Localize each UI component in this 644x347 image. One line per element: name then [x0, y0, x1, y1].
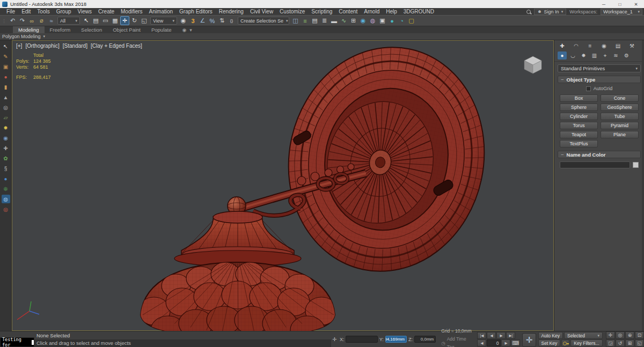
object-type-button[interactable]: Teapot: [560, 131, 598, 138]
geosphere-icon[interactable]: ●: [2, 174, 10, 183]
frame-spinner-down[interactable]: ◀: [477, 339, 486, 346]
viewport-label-part[interactable]: [Clay + Edged Faces]: [91, 43, 142, 49]
orbit-icon[interactable]: ↺: [616, 339, 625, 347]
schematic-view-icon[interactable]: ⊞: [349, 16, 358, 25]
cone-primitive-icon[interactable]: ▲: [2, 93, 10, 101]
object-type-button[interactable]: Tube: [601, 113, 639, 120]
reference-coordinate-dropdown[interactable]: View ▾: [150, 17, 177, 25]
paint-icon[interactable]: ✎: [2, 52, 10, 61]
open-app-menu-icon[interactable]: ▢: [407, 16, 416, 25]
polygon-modeling-label[interactable]: Polygon Modeling: [2, 34, 41, 39]
menu-item[interactable]: Create: [95, 9, 118, 14]
foliage-icon[interactable]: ✿: [2, 154, 10, 163]
tab-selection[interactable]: Selection: [76, 26, 107, 33]
layer-explorer-toggle-icon[interactable]: ≣: [320, 16, 329, 25]
select-and-scale-icon[interactable]: ◱: [140, 16, 149, 25]
snaps-toggle-icon[interactable]: 3: [188, 16, 197, 25]
menu-item[interactable]: Content: [335, 9, 361, 14]
transform-type-in-icon[interactable]: ✛: [522, 333, 536, 347]
auto-key-button[interactable]: Auto Key: [538, 332, 564, 339]
undo-icon[interactable]: ↶: [8, 16, 17, 25]
unlink-selection-icon[interactable]: ⌀: [37, 16, 46, 25]
scene-explorer-toggle-icon[interactable]: ▤: [310, 16, 319, 25]
modify-tab-icon[interactable]: ◠: [572, 42, 581, 50]
object-type-button[interactable]: TextPlus: [560, 140, 598, 147]
menu-item[interactable]: Help: [383, 9, 400, 14]
ribbon-toggle-icon[interactable]: ▬: [330, 16, 339, 25]
viewport-canvas[interactable]: [+][Orthographic][Standard][Clay + Edged…: [12, 40, 554, 331]
mirror-icon[interactable]: ◫: [291, 16, 300, 25]
select-object-icon[interactable]: ↖: [82, 16, 91, 25]
key-selection-dropdown[interactable]: Selected ▾: [564, 332, 603, 339]
x-coordinate-field[interactable]: [346, 336, 377, 343]
object-type-button[interactable]: GeoSphere: [601, 104, 639, 111]
play-button[interactable]: ▶: [496, 332, 506, 339]
sign-in-button[interactable]: ☻ Sign In ▾: [534, 9, 566, 15]
menu-item[interactable]: Tools: [34, 9, 53, 14]
rendered-frame-window-icon[interactable]: ▣: [378, 16, 387, 25]
field-of-view-icon[interactable]: ◲: [606, 339, 615, 347]
redo-icon[interactable]: ↷: [18, 16, 27, 25]
viewport-label-part[interactable]: [Standard]: [63, 43, 87, 49]
go-to-end-button[interactable]: ▶|: [506, 332, 515, 339]
select-by-name-icon[interactable]: ▤: [91, 16, 100, 25]
object-color-swatch[interactable]: [633, 162, 639, 168]
menu-item[interactable]: Edit: [18, 9, 34, 14]
space-warps-category-icon[interactable]: ≋: [611, 51, 620, 60]
object-type-button[interactable]: Pyramid: [601, 122, 639, 129]
cylinder-primitive-icon[interactable]: ▮: [2, 83, 10, 91]
material-editor-icon[interactable]: ◉: [358, 16, 368, 25]
named-selection-sets-icon[interactable]: {}: [227, 16, 236, 25]
autogrid-checkbox[interactable]: [586, 86, 591, 91]
tab-object-paint[interactable]: Object Paint: [107, 26, 146, 33]
set-key-button[interactable]: Set Key: [538, 339, 561, 346]
render-setup-icon[interactable]: ◍: [368, 16, 377, 25]
zoom-icon[interactable]: ◎: [616, 331, 625, 339]
percent-snap-icon[interactable]: %: [208, 16, 217, 25]
object-type-button[interactable]: Box: [560, 94, 598, 102]
select-and-move-icon[interactable]: ✛: [120, 16, 129, 25]
menu-item[interactable]: Graph Editors: [176, 9, 216, 14]
lights-category-icon[interactable]: ✸: [579, 51, 588, 60]
target-icon[interactable]: ◎: [2, 205, 10, 213]
render-production-icon[interactable]: ●: [387, 16, 397, 25]
display-tab-icon[interactable]: ▤: [613, 42, 623, 50]
torus-primitive-icon[interactable]: ◎: [2, 103, 10, 112]
pan-view-icon[interactable]: ✛: [606, 331, 615, 339]
angle-snap-icon[interactable]: ∠: [198, 16, 207, 25]
search-icon[interactable]: [526, 10, 531, 14]
current-frame-field[interactable]: 0: [487, 339, 501, 346]
create-tab-icon[interactable]: ✚: [558, 42, 567, 50]
box-primitive-icon[interactable]: ▣: [2, 62, 10, 71]
named-selection-dropdown[interactable]: Create Selection Se ▾: [238, 17, 289, 25]
zoom-extents-icon[interactable]: ⊡: [635, 331, 644, 339]
curve-editor-icon[interactable]: ∿: [339, 16, 348, 25]
select-and-rotate-icon[interactable]: ↻: [130, 16, 139, 25]
helpers-category-icon[interactable]: ⌖: [601, 51, 610, 60]
menu-item[interactable]: Group: [53, 9, 75, 14]
use-center-icon[interactable]: ◉: [179, 16, 188, 25]
key-icon[interactable]: [561, 339, 569, 346]
zoom-all-icon[interactable]: ⊕: [625, 331, 634, 339]
ribbon-config-icon[interactable]: ▾: [189, 27, 192, 33]
panel-scrollbar[interactable]: [642, 40, 644, 331]
menu-item[interactable]: File: [3, 9, 18, 14]
menu-item[interactable]: Scripting: [308, 9, 335, 14]
object-type-rollout[interactable]: − Object Type: [558, 76, 641, 83]
menu-item[interactable]: Customize: [276, 9, 308, 14]
z-coordinate-field[interactable]: 0,0mm: [414, 336, 436, 343]
helpers-object-icon[interactable]: ✚: [2, 144, 10, 152]
align-icon[interactable]: ≡: [301, 16, 310, 25]
go-to-start-button[interactable]: |◀: [477, 332, 486, 339]
spinner-snap-icon[interactable]: ⇅: [217, 16, 226, 25]
window-crossing-icon[interactable]: ▦: [111, 16, 120, 25]
plane-primitive-icon[interactable]: ▱: [2, 113, 10, 122]
object-type-button[interactable]: Sphere: [560, 104, 598, 111]
maximize-button[interactable]: □: [612, 0, 628, 8]
key-filters-button[interactable]: Key Filters...: [570, 339, 602, 346]
workspace-dropdown[interactable]: Workspace_1 ▾: [601, 9, 642, 15]
zoom-region-icon[interactable]: ⊞: [625, 339, 634, 347]
viewport-label-part[interactable]: [+]: [16, 43, 22, 49]
menu-item[interactable]: 3DGROUND: [400, 9, 437, 14]
object-name-field[interactable]: [560, 161, 630, 168]
